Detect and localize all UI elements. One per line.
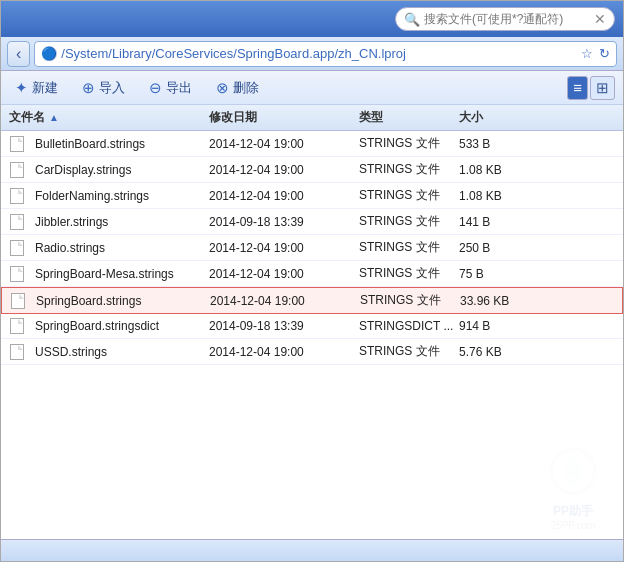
col-date-header[interactable]: 修改日期 [209,109,359,126]
file-icon [9,136,25,152]
back-button[interactable]: ‹ [7,41,30,67]
import-icon: ⊕ [82,79,95,97]
file-date: 2014-12-04 19:00 [210,294,360,308]
file-size: 533 B [459,137,539,151]
file-name-cell: CarDisplay.strings [9,162,209,178]
file-type: STRINGSDICT ... [359,319,459,333]
file-size: 1.08 KB [459,163,539,177]
grid-view-button[interactable]: ⊞ [590,76,615,100]
list-view-button[interactable]: ≡ [567,76,588,100]
file-size: 141 B [459,215,539,229]
import-button[interactable]: ⊕ 导入 [76,77,131,99]
file-type: STRINGS 文件 [360,292,460,309]
search-icon: 🔍 [404,12,420,27]
file-size: 33.96 KB [460,294,540,308]
top-bar: 🔍 ✕ [1,1,623,37]
file-icon [9,214,25,230]
file-name: SpringBoard.strings [36,294,141,308]
watermark-text: PP助手 [543,503,603,520]
file-icon [9,344,25,360]
table-row[interactable]: SpringBoard.stringsdict 2014-09-18 13:39… [1,314,623,339]
bookmark-icon[interactable]: ☆ [581,46,593,61]
table-row[interactable]: FolderNaming.strings 2014-12-04 19:00 ST… [1,183,623,209]
file-rows-container: BulletinBoard.strings 2014-12-04 19:00 S… [1,131,623,365]
file-name-cell: USSD.strings [9,344,209,360]
file-date: 2014-12-04 19:00 [209,241,359,255]
delete-label: 删除 [233,79,259,97]
file-list: 文件名 ▲ 修改日期 类型 大小 BulletinBoard.strings 2… [1,105,623,539]
sort-arrow-icon: ▲ [49,112,59,123]
new-label: 新建 [32,79,58,97]
file-icon [10,293,26,309]
search-box[interactable]: 🔍 ✕ [395,7,615,31]
export-label: 导出 [166,79,192,97]
watermark: PP PP助手 25PP.com [543,446,603,531]
file-date: 2014-09-18 13:39 [209,319,359,333]
file-size: 250 B [459,241,539,255]
file-type: STRINGS 文件 [359,161,459,178]
address-bar[interactable]: 🔵 /System/Library/CoreServices/SpringBoa… [34,41,617,67]
nav-bar: ‹ 🔵 /System/Library/CoreServices/SpringB… [1,37,623,71]
view-toggle: ≡ ⊞ [567,76,615,100]
file-name-cell: BulletinBoard.strings [9,136,209,152]
col-name-header[interactable]: 文件名 ▲ [9,109,209,126]
svg-text:PP: PP [567,468,579,478]
file-name: FolderNaming.strings [35,189,149,203]
table-row[interactable]: Jibbler.strings 2014-09-18 13:39 STRINGS… [1,209,623,235]
address-text: /System/Library/CoreServices/SpringBoard… [61,46,573,61]
watermark-subtitle: 25PP.com [543,520,603,531]
address-icon: 🔵 [41,46,57,61]
file-type: STRINGS 文件 [359,213,459,230]
file-date: 2014-12-04 19:00 [209,163,359,177]
file-name: SpringBoard.stringsdict [35,319,159,333]
file-date: 2014-09-18 13:39 [209,215,359,229]
file-date: 2014-12-04 19:00 [209,189,359,203]
table-row[interactable]: SpringBoard.strings 2014-12-04 19:00 STR… [1,287,623,314]
delete-button[interactable]: ⊗ 删除 [210,77,265,99]
file-name-cell: Radio.strings [9,240,209,256]
file-name-cell: SpringBoard.stringsdict [9,318,209,334]
table-row[interactable]: BulletinBoard.strings 2014-12-04 19:00 S… [1,131,623,157]
list-header: 文件名 ▲ 修改日期 类型 大小 [1,105,623,131]
refresh-icon[interactable]: ↻ [599,46,610,61]
file-name-cell: SpringBoard-Mesa.strings [9,266,209,282]
new-button[interactable]: ✦ 新建 [9,77,64,99]
file-icon [9,188,25,204]
table-row[interactable]: USSD.strings 2014-12-04 19:00 STRINGS 文件… [1,339,623,365]
file-name: Jibbler.strings [35,215,108,229]
file-size: 75 B [459,267,539,281]
search-clear-icon[interactable]: ✕ [594,11,606,27]
search-input[interactable] [424,12,590,26]
file-name-cell: FolderNaming.strings [9,188,209,204]
watermark-logo: PP [543,446,603,503]
export-icon: ⊖ [149,79,162,97]
file-date: 2014-12-04 19:00 [209,267,359,281]
file-type: STRINGS 文件 [359,187,459,204]
file-icon [9,318,25,334]
export-button[interactable]: ⊖ 导出 [143,77,198,99]
new-icon: ✦ [15,79,28,97]
file-type: STRINGS 文件 [359,135,459,152]
file-icon [9,240,25,256]
file-name: Radio.strings [35,241,105,255]
file-date: 2014-12-04 19:00 [209,137,359,151]
file-icon [9,266,25,282]
import-label: 导入 [99,79,125,97]
file-name: BulletinBoard.strings [35,137,145,151]
file-type: STRINGS 文件 [359,239,459,256]
toolbar: ✦ 新建 ⊕ 导入 ⊖ 导出 ⊗ 删除 ≡ ⊞ [1,71,623,105]
table-row[interactable]: CarDisplay.strings 2014-12-04 19:00 STRI… [1,157,623,183]
table-row[interactable]: SpringBoard-Mesa.strings 2014-12-04 19:0… [1,261,623,287]
file-date: 2014-12-04 19:00 [209,345,359,359]
col-size-header[interactable]: 大小 [459,109,539,126]
table-row[interactable]: Radio.strings 2014-12-04 19:00 STRINGS 文… [1,235,623,261]
file-size: 1.08 KB [459,189,539,203]
file-name: SpringBoard-Mesa.strings [35,267,174,281]
status-bar [1,539,623,561]
file-size: 5.76 KB [459,345,539,359]
col-type-header[interactable]: 类型 [359,109,459,126]
file-type: STRINGS 文件 [359,343,459,360]
file-icon [9,162,25,178]
file-name: USSD.strings [35,345,107,359]
file-name-cell: Jibbler.strings [9,214,209,230]
